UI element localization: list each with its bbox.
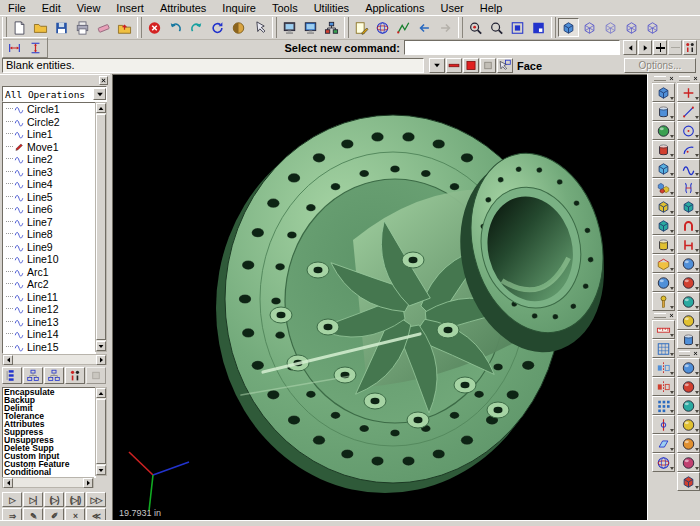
history-tree-hscrollbar[interactable] [2, 354, 107, 365]
palette-close-icon[interactable] [669, 313, 673, 317]
tree-item-circle2[interactable]: Circle2 [3, 116, 95, 129]
import-folder-button[interactable] [114, 18, 135, 37]
history-list-view-button[interactable] [2, 367, 22, 384]
assembly-parts-button[interactable] [652, 178, 675, 197]
command-history-button[interactable] [683, 40, 697, 55]
selection-dropdown-button[interactable] [429, 58, 445, 73]
extrude-tool-button[interactable] [652, 83, 675, 102]
zoom-all-button[interactable] [465, 18, 486, 37]
tree-item-line4[interactable]: Line4 [3, 178, 95, 191]
tree-item-line8[interactable]: Line8 [3, 228, 95, 241]
palette-grip[interactable] [679, 351, 691, 356]
scroll-up-button[interactable] [96, 388, 106, 398]
extend-face-button[interactable] [677, 330, 700, 349]
menu-view[interactable]: View [69, 1, 109, 15]
palette-grip[interactable] [654, 313, 666, 318]
tree-item-line11[interactable]: Line11 [3, 291, 95, 304]
menu-attributes[interactable]: Attributes [152, 1, 214, 15]
palette-grip[interactable] [679, 76, 691, 81]
divide-tool-button[interactable] [652, 273, 675, 292]
view-hidden-button[interactable] [600, 18, 621, 37]
pick-filter-button[interactable] [249, 18, 270, 37]
panel-close-button[interactable] [99, 76, 108, 85]
tree-view-button[interactable] [23, 367, 43, 384]
replay-step-button[interactable]: ▷ [2, 492, 22, 507]
color-line-button[interactable] [446, 58, 462, 73]
rib-tool-button[interactable] [652, 235, 675, 254]
revolve-tool-button[interactable] [652, 102, 675, 121]
graphics-viewport[interactable]: 19.7931 in [112, 74, 647, 521]
scroll-thumb[interactable] [96, 114, 106, 340]
face-pick-button[interactable] [497, 58, 513, 73]
web-tool-button[interactable] [372, 18, 393, 37]
bend-tool-button[interactable] [393, 18, 414, 37]
render-settings-button[interactable] [300, 18, 321, 37]
color-disabled-button[interactable] [480, 58, 496, 73]
scroll-right-button[interactable] [83, 478, 93, 488]
patch-face-button[interactable] [677, 415, 700, 434]
fastener-tool-button[interactable] [652, 292, 675, 311]
solid-from-curves-button[interactable] [677, 197, 700, 216]
zoom-out-button[interactable] [528, 18, 549, 37]
menu-inquire[interactable]: Inquire [214, 1, 264, 15]
tree-item-arc1[interactable]: Arc1 [3, 266, 95, 279]
replay-to-end-button[interactable]: ▷| [23, 492, 43, 507]
view-previous-button[interactable] [414, 18, 435, 37]
boolean-sphere-button[interactable] [652, 121, 675, 140]
dimension-horizontal-button[interactable] [4, 38, 25, 57]
menu-help[interactable]: Help [472, 1, 511, 15]
annotate-button[interactable] [351, 18, 372, 37]
sweep-tool-button[interactable] [677, 254, 700, 273]
point-tool-button[interactable] [677, 83, 700, 102]
tree-item-line1[interactable]: Line1 [3, 128, 95, 141]
scroll-left-button[interactable] [3, 355, 13, 365]
face-edit-button[interactable] [677, 273, 700, 292]
view-shaded-button[interactable] [558, 18, 579, 37]
datum-axis-button[interactable] [652, 415, 675, 434]
palette-grip[interactable] [654, 76, 666, 81]
command-next-button[interactable] [638, 40, 652, 55]
operation-conditional[interactable]: Conditional [3, 468, 95, 476]
palette-close-icon[interactable] [669, 76, 673, 80]
zoom-in-button[interactable] [507, 18, 528, 37]
tree-item-move1[interactable]: Move1 [3, 141, 95, 154]
pipe-tool-button[interactable] [677, 216, 700, 235]
tree-item-line3[interactable]: Line3 [3, 166, 95, 179]
color-fill-button[interactable] [463, 58, 479, 73]
mirror-entity-button[interactable] [652, 358, 675, 377]
view-wireframe-button[interactable] [579, 18, 600, 37]
command-remove-button[interactable] [668, 40, 682, 55]
command-prev-button[interactable] [623, 40, 637, 55]
datum-plane-button[interactable] [652, 434, 675, 453]
tree-item-line7[interactable]: Line7 [3, 216, 95, 229]
undo-button[interactable] [165, 18, 186, 37]
tree-item-line10[interactable]: Line10 [3, 253, 95, 266]
tree-item-circle1[interactable]: Circle1 [3, 103, 95, 116]
face-modify-button[interactable] [652, 197, 675, 216]
display-settings-button[interactable] [279, 18, 300, 37]
new-file-button[interactable] [9, 18, 30, 37]
line-tool-button[interactable] [677, 102, 700, 121]
scroll-up-button[interactable] [96, 103, 106, 113]
abort-command-button[interactable] [144, 18, 165, 37]
spline-tool-button[interactable] [677, 159, 700, 178]
tree-item-line13[interactable]: Line13 [3, 316, 95, 329]
trim-face-button[interactable] [677, 396, 700, 415]
redo-button[interactable] [186, 18, 207, 37]
menu-utilities[interactable]: Utilities [306, 1, 357, 15]
tree-item-line15[interactable]: Line15 [3, 341, 95, 354]
sequence-view-button[interactable] [65, 367, 85, 384]
edit-face-button[interactable] [677, 377, 700, 396]
menu-applications[interactable]: Applications [357, 1, 432, 15]
tree-item-line12[interactable]: Line12 [3, 303, 95, 316]
shell-face-button[interactable] [677, 358, 700, 377]
erase-button[interactable] [93, 18, 114, 37]
open-file-button[interactable] [30, 18, 51, 37]
block-primitive-button[interactable] [652, 159, 675, 178]
command-add-button[interactable] [653, 40, 667, 55]
zoom-window-button[interactable] [486, 18, 507, 37]
face-tilt-button[interactable] [677, 292, 700, 311]
scroll-left-button[interactable] [3, 478, 13, 488]
palette-close-icon[interactable] [693, 76, 697, 80]
shell-tool-button[interactable] [652, 254, 675, 273]
